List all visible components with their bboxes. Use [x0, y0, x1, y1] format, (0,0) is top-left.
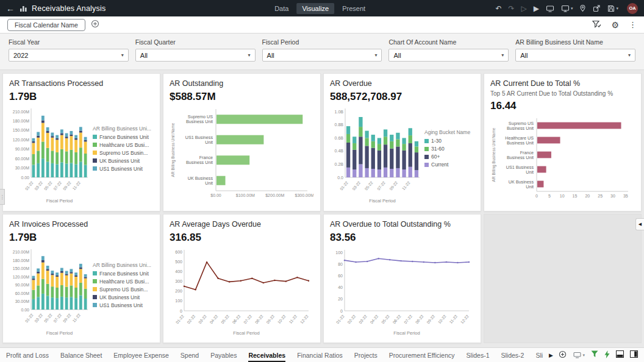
tab-visualize[interactable]: Visualize	[296, 3, 334, 14]
bottom-tab-profit-and-loss[interactable]: Profit and Loss	[6, 348, 49, 362]
svg-text:80: 80	[338, 262, 343, 266]
bottom-tab-financial-ratios[interactable]: Financial Ratios	[297, 348, 343, 362]
legend-item[interactable]: Current	[424, 161, 474, 168]
bottom-tab-sli[interactable]: Sli	[535, 348, 543, 362]
svg-text:0.00: 0.00	[21, 308, 29, 312]
bottom-tab-receivables[interactable]: Receivables	[248, 348, 285, 362]
avatar[interactable]: OA	[627, 3, 638, 14]
kpi-value: 1.79B	[9, 90, 154, 104]
bottom-tab-projects[interactable]: Projects	[354, 348, 377, 362]
svg-text:10-22: 10-22	[277, 314, 287, 325]
fiscal-period-select[interactable]: All ▾	[262, 49, 382, 62]
ar-overdue-pct-chart[interactable]: 02040608010001-2202-2203-2204-2205-2206-…	[330, 246, 474, 336]
svg-text:09-22: 09-22	[62, 180, 72, 191]
legend-label: 60+	[431, 154, 440, 160]
filter-label: AR Billing Business Unit Name	[515, 38, 635, 46]
canvas-settings-icon[interactable]: ⚙	[611, 21, 619, 29]
billing-business-unit-select[interactable]: All ▾	[515, 49, 635, 62]
preview-icon[interactable]: ▷	[521, 5, 527, 12]
legend-item[interactable]: 60+	[424, 154, 474, 160]
ar-transactions-chart[interactable]: 0.0030.00M60.00M90.00M120.00M150.00M180.…	[9, 105, 90, 204]
tv-icon[interactable]	[546, 5, 554, 12]
bottom-tab-balance-sheet[interactable]: Balance Sheet	[60, 348, 102, 362]
legend-item[interactable]: 1-30	[424, 138, 474, 144]
ar-outstanding-chart[interactable]: $0.00$100.00M$200.00M$300.00MSupremo USB…	[170, 105, 313, 203]
add-canvas-icon[interactable]	[559, 350, 567, 360]
ar-invoices-chart[interactable]: 0.0030.00M60.00M90.00M120.00M150.00M180.…	[9, 246, 90, 336]
kpi-value: $588.57M	[170, 90, 314, 104]
redo-icon[interactable]: ↷	[508, 5, 514, 12]
filter-check-icon[interactable]	[592, 20, 601, 30]
bottom-tab-slides-1[interactable]: Slides-1	[467, 348, 490, 362]
fiscal-calendar-pill[interactable]: Fiscal Calendar Name	[7, 19, 85, 31]
legend-swatch	[93, 151, 97, 155]
undo-icon[interactable]: ↶	[495, 5, 501, 12]
bottom-tab-payables[interactable]: Payables	[210, 348, 237, 362]
add-filter-icon[interactable]	[91, 20, 99, 30]
resize-grip[interactable]: ⋮	[0, 189, 5, 205]
bottom-tab-slides-2[interactable]: Slides-2	[501, 348, 524, 362]
legend-item[interactable]: Supremo US Busin...	[93, 150, 154, 156]
bottom-tab-spend[interactable]: Spend	[181, 348, 199, 362]
back-icon[interactable]: ←	[6, 4, 15, 13]
save-icon[interactable]: ▾	[607, 5, 618, 12]
svg-text:5: 5	[548, 194, 551, 198]
legend-item[interactable]: France Business Unit	[93, 134, 154, 140]
filter-fiscal-year: Fiscal Year 2022 ▾	[9, 38, 129, 69]
top-icon-group: ↶ ↷ ▷ ▶ ▾ ▾ OA	[495, 3, 638, 14]
legend-label: US1 Business Unit	[99, 302, 143, 308]
ar-current-due-chart[interactable]: 05101520253035Supremo USBusiness UnitHea…	[490, 115, 634, 204]
svg-text:120.00M: 120.00M	[13, 138, 29, 142]
ar-avg-days-chart[interactable]: 010020030040050060001-2202-2203-2204-220…	[170, 246, 313, 336]
svg-text:40: 40	[338, 285, 343, 289]
top-bar: ← Receivables Analysis Data Visualize Pr…	[0, 0, 644, 16]
display-settings-icon[interactable]: ▾	[561, 5, 573, 12]
next-tabs-arrow-icon[interactable]: ▶	[549, 352, 553, 358]
chart-of-account-select[interactable]: All ▾	[388, 49, 509, 62]
chart-logo-icon	[20, 5, 27, 12]
kebab-menu-icon[interactable]: ⋮	[629, 21, 637, 29]
legend-item[interactable]: Healthcare US Busi...	[93, 279, 154, 285]
export-icon[interactable]	[593, 4, 601, 12]
legend-item[interactable]: Supremo US Busin...	[93, 286, 154, 293]
card-ar-transactions: AR Transactions Processed 1.79B 0.0030.0…	[2, 73, 160, 211]
bottom-tab-procurement-efficiency[interactable]: Procurement Efficiency	[389, 348, 455, 362]
legend-item[interactable]: US1 Business Unit	[93, 302, 154, 308]
kpi-value: 16.44	[490, 99, 635, 113]
panel-bottom-icon[interactable]	[616, 350, 624, 360]
kpi-value: 588,572,708.97	[330, 90, 474, 104]
panel-right-icon[interactable]	[630, 350, 638, 360]
svg-text:10-22: 10-22	[437, 314, 447, 325]
panel-collapse-arrow[interactable]: ◀	[635, 218, 644, 230]
fiscal-quarter-select[interactable]: All ▾	[135, 49, 256, 62]
legend-item[interactable]: UK Business Unit	[93, 294, 154, 300]
toolbar-right-icons: ⚙ ⋮	[592, 20, 637, 30]
map-pin-icon[interactable]	[579, 4, 586, 12]
legend-item[interactable]: UK Business Unit	[93, 158, 154, 164]
legend-item[interactable]: France Business Unit	[93, 271, 154, 277]
svg-text:03-22: 03-22	[351, 180, 361, 191]
filter-green-icon[interactable]	[591, 350, 598, 360]
kpi-value: 83.56	[330, 231, 474, 244]
play-icon[interactable]: ▶	[534, 5, 539, 12]
legend-item[interactable]: Healthcare US Busi...	[93, 142, 154, 148]
mode-tabs: Data Visualize Present	[269, 3, 371, 14]
tab-data[interactable]: Data	[269, 3, 294, 14]
legend-item[interactable]: 31-60	[424, 146, 474, 152]
filter-label: Fiscal Year	[9, 38, 129, 46]
bottom-tab-employee-expense[interactable]: Employee Expense	[113, 348, 168, 362]
svg-text:Unit: Unit	[205, 140, 213, 145]
chevron-down-icon: ▾	[121, 52, 124, 58]
display-icon[interactable]: ▾	[573, 352, 585, 358]
bolt-green-icon[interactable]	[604, 350, 610, 360]
svg-text:0.00: 0.00	[21, 176, 29, 180]
svg-text:100: 100	[335, 250, 343, 255]
ar-overdue-chart[interactable]: 0.00.2B0.4B0.6B0.8B1.0B01-2203-2205-2207…	[330, 105, 421, 204]
svg-text:30.00M: 30.00M	[15, 299, 30, 303]
filter-billing-business-unit: AR Billing Business Unit Name All ▾	[515, 38, 635, 69]
fiscal-year-select[interactable]: 2022 ▾	[9, 49, 129, 62]
legend-item[interactable]: US1 Business Unit	[93, 166, 154, 172]
filter-value: All	[520, 52, 528, 59]
tab-present[interactable]: Present	[337, 3, 371, 14]
svg-text:210.00M: 210.00M	[13, 250, 29, 254]
